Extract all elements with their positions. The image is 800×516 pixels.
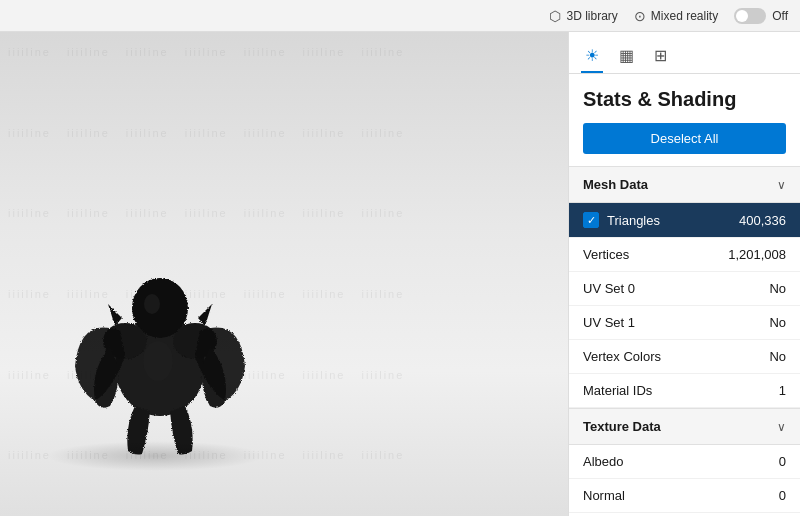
material-ids-row: Material IDs 1 (569, 374, 800, 408)
panel-tabs: ☀ ▦ ⊞ (569, 32, 800, 74)
checkmark-icon: ✓ (587, 215, 596, 226)
off-label: Off (772, 9, 788, 23)
tab-sun[interactable]: ☀ (581, 40, 603, 73)
sun-icon: ☀ (585, 47, 599, 64)
uvset0-label: UV Set 0 (583, 281, 769, 296)
uvset1-row: UV Set 1 No (569, 306, 800, 340)
main-content: iiiiline iiiiline iiiiline iiiiline iiii… (0, 32, 800, 516)
vertices-value: 1,201,008 (728, 247, 786, 262)
mesh-data-section-header[interactable]: Mesh Data ∨ (569, 166, 800, 203)
vertex-colors-label: Vertex Colors (583, 349, 769, 364)
library-label: 3D library (566, 9, 617, 23)
triangles-row[interactable]: ✓ Triangles 400,336 (569, 203, 800, 238)
3d-model (60, 216, 260, 456)
triangles-label: Triangles (607, 213, 739, 228)
library-icon: ⬡ (549, 8, 561, 24)
mixed-reality-icon: ⊙ (634, 8, 646, 24)
material-ids-value: 1 (779, 383, 786, 398)
tab-chart[interactable]: ▦ (615, 40, 638, 73)
albedo-label: Albedo (583, 454, 779, 469)
vertices-label: Vertices (583, 247, 728, 262)
svg-marker-4 (108, 304, 122, 326)
triangles-checkbox[interactable]: ✓ (583, 212, 599, 228)
viewport[interactable]: iiiiline iiiiline iiiiline iiiiline iiii… (0, 32, 568, 516)
mixed-reality-label: Mixed reality (651, 9, 718, 23)
normal-row: Normal 0 (569, 479, 800, 513)
mesh-data-chevron-icon: ∨ (777, 178, 786, 192)
vertices-row: Vertices 1,201,008 (569, 238, 800, 272)
vertex-colors-row: Vertex Colors No (569, 340, 800, 374)
library-button[interactable]: ⬡ 3D library (549, 8, 617, 24)
texture-data-label: Texture Data (583, 419, 661, 434)
toggle-knob (736, 10, 748, 22)
toggle-container: Off (734, 8, 788, 24)
chart-icon: ▦ (619, 47, 634, 64)
texture-data-chevron-icon: ∨ (777, 420, 786, 434)
mixed-reality-button[interactable]: ⊙ Mixed reality (634, 8, 718, 24)
texture-data-section-header[interactable]: Texture Data ∨ (569, 408, 800, 445)
albedo-row: Albedo 0 (569, 445, 800, 479)
mesh-data-label: Mesh Data (583, 177, 648, 192)
normal-value: 0 (779, 488, 786, 503)
tab-grid[interactable]: ⊞ (650, 40, 671, 73)
panel-header: Stats & Shading (569, 74, 800, 119)
svg-point-7 (143, 341, 173, 381)
normal-label: Normal (583, 488, 779, 503)
uvset0-value: No (769, 281, 786, 296)
uvset0-row: UV Set 0 No (569, 272, 800, 306)
model-svg (70, 236, 250, 456)
svg-marker-5 (198, 304, 212, 326)
right-panel: ☀ ▦ ⊞ Stats & Shading Deselect All Mesh … (568, 32, 800, 516)
mixed-reality-toggle[interactable] (734, 8, 766, 24)
grid-icon: ⊞ (654, 47, 667, 64)
vertex-colors-value: No (769, 349, 786, 364)
svg-point-6 (144, 294, 160, 314)
panel-title: Stats & Shading (583, 88, 786, 111)
deselect-all-button[interactable]: Deselect All (583, 123, 786, 154)
topbar: ⬡ 3D library ⊙ Mixed reality Off (0, 0, 800, 32)
uvset1-label: UV Set 1 (583, 315, 769, 330)
uvset1-value: No (769, 315, 786, 330)
albedo-value: 0 (779, 454, 786, 469)
ground-shadow (45, 441, 265, 471)
material-ids-label: Material IDs (583, 383, 779, 398)
triangles-value: 400,336 (739, 213, 786, 228)
